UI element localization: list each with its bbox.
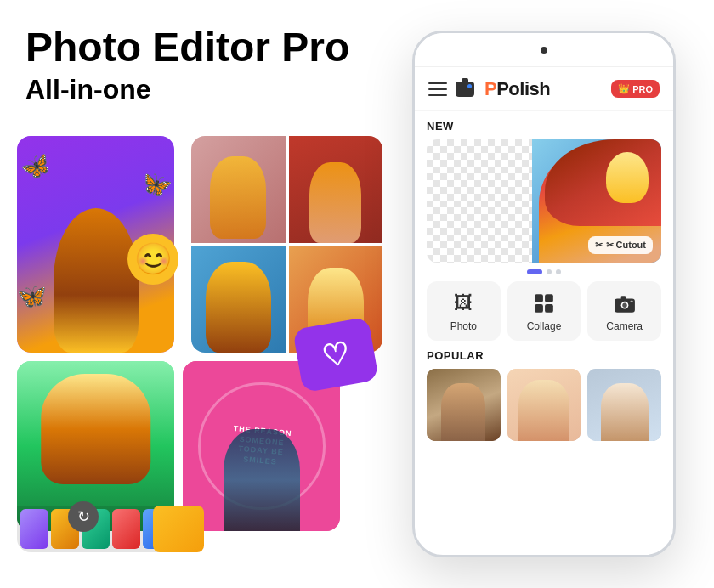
arrows-icon: ↻: [68, 501, 99, 532]
app-name-rest: Polish: [496, 78, 550, 99]
dot-2: [547, 269, 552, 274]
svg-rect-8: [630, 301, 632, 302]
collage-label: Collage: [527, 320, 562, 332]
hamburger-line-1: [428, 82, 447, 84]
phone-mockup: PPolish 👑 PRO NEW: [412, 31, 676, 557]
camera-label: Camera: [606, 320, 643, 332]
crown-icon: 👑: [618, 83, 630, 94]
phone-app-header: PPolish 👑 PRO: [415, 67, 673, 111]
filmstrip-thumb-4: [112, 509, 140, 549]
left-section: Photo Editor Pro All-in-one 🦋 🦋 🦋 🦋 ✦: [0, 0, 400, 588]
grid-cell-1: [191, 136, 286, 243]
feature-buttons-row: 🖼 Photo Collage: [427, 281, 661, 341]
popular-section-label: POPULAR: [427, 349, 661, 362]
svg-rect-2: [535, 304, 543, 313]
photo-label: Photo: [450, 320, 477, 332]
app-name: PPolish: [484, 78, 601, 100]
svg-point-6: [622, 302, 626, 307]
phone-camera-dot: [541, 47, 547, 54]
carousel-dots: [427, 269, 661, 274]
cutout-transparent-area: [427, 139, 532, 263]
hamburger-line-2: [428, 88, 447, 90]
filmstrip-thumb-1: [20, 509, 48, 549]
phone-content: NEW ✂ ✂ Cutout: [415, 111, 673, 441]
main-title: Photo Editor Pro: [26, 25, 382, 71]
popular-thumb-3[interactable]: [587, 369, 661, 441]
heart-badge: [292, 317, 379, 393]
header-icons-left: [428, 82, 474, 97]
face-shape: [606, 152, 649, 203]
dot-3: [556, 269, 561, 274]
popular-thumb-2[interactable]: [507, 369, 581, 441]
hamburger-line-3: [428, 94, 447, 96]
new-section-label: NEW: [427, 120, 661, 133]
svg-rect-1: [545, 294, 553, 302]
camera-button[interactable]: Camera: [587, 281, 661, 341]
popular-thumb-1[interactable]: [427, 369, 501, 441]
right-section: PPolish 👑 PRO NEW: [374, 0, 714, 588]
svg-rect-7: [620, 296, 625, 299]
collage-button[interactable]: Collage: [507, 281, 581, 341]
pro-label: PRO: [632, 84, 653, 94]
app-name-p: P: [484, 78, 496, 99]
svg-rect-3: [545, 304, 553, 313]
popular-row: [427, 369, 661, 441]
cutout-label-text: ✂ Cutout: [606, 240, 646, 251]
grid-cell-3: [191, 246, 286, 353]
photo-button[interactable]: 🖼 Photo: [427, 281, 501, 341]
menu-icon[interactable]: [428, 82, 447, 96]
subtitle: All-in-one: [26, 74, 382, 105]
smiley-badge: 😊: [128, 234, 178, 285]
photo-icon: 🖼: [450, 291, 477, 315]
butterfly-icon-1: 🦋: [17, 149, 54, 185]
grid-cell-2: [289, 136, 383, 243]
dot-1: [527, 269, 542, 274]
cutout-banner[interactable]: ✂ ✂ Cutout: [427, 139, 661, 263]
camera-icon: [611, 291, 638, 315]
pro-badge[interactable]: 👑 PRO: [611, 80, 660, 98]
phone-status-bar: [415, 33, 673, 67]
svg-rect-0: [535, 294, 543, 302]
person-silhouette: [54, 208, 139, 353]
photo-yellow: [153, 506, 204, 552]
scissors-icon: ✂: [595, 240, 603, 251]
cutout-label[interactable]: ✂ ✂ Cutout: [588, 236, 653, 254]
photo-collage: 🦋 🦋 🦋 🦋 ✦: [17, 136, 382, 552]
share-camera-icon[interactable]: [456, 82, 474, 97]
butterfly-icon-3: 🦋: [17, 282, 47, 310]
collage-icon: [530, 291, 558, 315]
butterfly-icon-2: 🦋: [135, 164, 174, 203]
camera-dot: [468, 84, 472, 88]
